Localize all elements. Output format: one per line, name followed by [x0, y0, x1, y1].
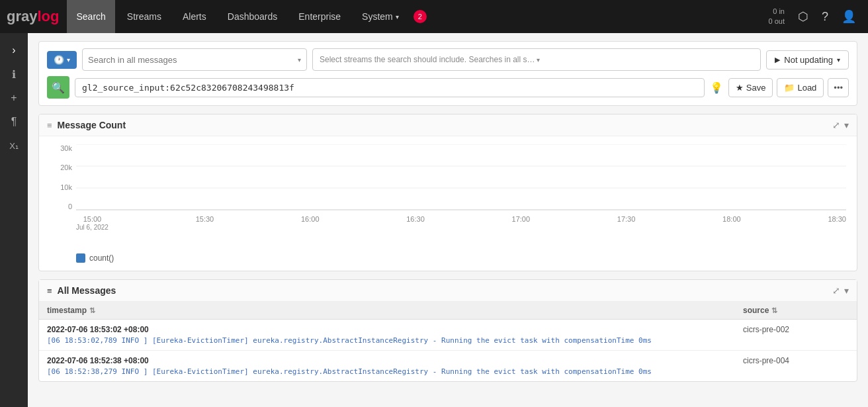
sidebar-subscript-btn[interactable]: X₁	[3, 135, 24, 156]
x-label-1600: 16:00	[301, 215, 320, 231]
alert-badge: 2	[413, 10, 427, 23]
main-content: 🕐 ▾ ▾ Select streams the search should i…	[28, 33, 868, 407]
widget-title: Message Count	[58, 120, 832, 130]
clock-icon: 🕐	[54, 55, 64, 65]
bulb-icon: 💡	[710, 81, 723, 94]
chart-area: 30k 20k 10k 0	[39, 136, 857, 271]
chart-svg	[76, 144, 846, 210]
search-area: 🕐 ▾ ▾ Select streams the search should i…	[38, 41, 857, 106]
x-label-1830: 18:30	[828, 215, 846, 231]
search-execute-button[interactable]: 🔍	[47, 76, 69, 99]
collapse-button[interactable]: ▾	[844, 120, 849, 130]
expand-button[interactable]: ⤢	[832, 120, 840, 130]
message-timestamp: 2022-07-06 18:52:38 +08:00	[47, 356, 179, 365]
y-label-10k: 10k	[50, 183, 72, 191]
save-load-area: ★ Save 📁 Load •••	[728, 78, 849, 97]
folder-icon: 📁	[784, 83, 795, 93]
col-source-header[interactable]: source ⇅	[743, 306, 849, 315]
sidebar-toggle-btn[interactable]: ›	[3, 40, 24, 61]
search-input-wrap[interactable]: ▾	[82, 48, 307, 71]
messages-title: All Messages	[58, 285, 832, 296]
not-updating-chevron-icon: ▾	[837, 56, 840, 64]
logo-log: log	[37, 8, 59, 25]
load-button[interactable]: 📁 Load	[777, 78, 824, 97]
y-label-0: 0	[50, 203, 72, 210]
system-chevron-icon: ▾	[396, 13, 399, 21]
message-log-line: [06 18:53:02,789 INFO ] [Eureka-Eviction…	[47, 336, 849, 345]
nav-system[interactable]: System ▾	[353, 0, 408, 33]
sidebar-paragraph-btn[interactable]: ¶	[3, 111, 24, 132]
sidebar: › ℹ + ¶ X₁	[0, 33, 28, 407]
not-updating-label: Not updating	[784, 55, 833, 65]
nav-streams[interactable]: Streams	[118, 0, 171, 33]
sidebar-info-btn[interactable]: ℹ	[3, 64, 24, 85]
messages-expand-button[interactable]: ⤢	[832, 285, 840, 296]
widget-actions: ⤢ ▾	[832, 120, 849, 130]
col-message-header	[179, 306, 743, 315]
logo-gray: gray	[7, 8, 37, 25]
messages-hamburger-icon: ≡	[47, 286, 52, 296]
x-label-1530: 15:30	[196, 215, 214, 231]
chart-legend: count()	[50, 251, 846, 265]
legend-color-box	[76, 253, 85, 263]
messages-header: ≡ All Messages ⤢ ▾	[39, 280, 857, 302]
legend-label: count()	[89, 253, 114, 263]
message-source: cicrs-pre-002	[743, 325, 849, 334]
message-row-top: 2022-07-06 18:52:38 +08:00 cicrs-pre-004	[47, 356, 849, 365]
all-messages-panel: ≡ All Messages ⤢ ▾ timestamp ⇅ source ⇅	[38, 279, 857, 382]
x-label-1500: 15:00Jul 6, 2022	[76, 215, 108, 231]
help-btn[interactable]: ?	[816, 5, 834, 29]
play-icon: ▶	[775, 56, 780, 64]
timerange-chevron-icon: ▾	[298, 56, 301, 64]
table-row: 2022-07-06 18:53:02 +08:00 cicrs-pre-002…	[39, 320, 857, 351]
save-button[interactable]: ★ Save	[728, 78, 773, 97]
stream-select[interactable]: Select streams the search should include…	[312, 48, 761, 71]
message-source: cicrs-pre-004	[743, 356, 849, 365]
more-options-button[interactable]: •••	[828, 78, 849, 97]
x-label-1630: 16:30	[406, 215, 425, 231]
messages-collapse-button[interactable]: ▾	[844, 285, 849, 296]
star-icon: ★	[736, 83, 744, 93]
message-row-top: 2022-07-06 18:53:02 +08:00 cicrs-pre-002	[47, 325, 849, 334]
logo: graylog	[7, 8, 59, 25]
message-timestamp: 2022-07-06 18:53:02 +08:00	[47, 325, 179, 334]
topnav: graylog Search Streams Alerts Dashboards…	[0, 0, 868, 33]
x-label-1700: 17:00	[512, 215, 531, 231]
message-log-line: [06 18:52:38,279 INFO ] [Eureka-Eviction…	[47, 367, 849, 376]
external-link-btn[interactable]: ⬡	[793, 4, 814, 29]
col-timestamp-header[interactable]: timestamp ⇅	[47, 306, 179, 315]
nav-right: 0 in 0 out ⬡ ? 👤	[769, 4, 861, 29]
nav-search[interactable]: Search	[67, 0, 114, 33]
messages-widget-actions: ⤢ ▾	[832, 285, 849, 296]
layout: › ℹ + ¶ X₁ 🕐 ▾ ▾ Select streams the sear…	[0, 33, 868, 407]
message-list: 2022-07-06 18:53:02 +08:00 cicrs-pre-002…	[39, 320, 857, 381]
widget-header: ≡ Message Count ⤢ ▾	[39, 114, 857, 136]
y-label-20k: 20k	[50, 163, 72, 171]
stream-chevron-icon: ▾	[537, 56, 754, 64]
search-timerange-input[interactable]	[88, 55, 298, 65]
search-type-chevron-icon: ▾	[67, 56, 70, 64]
nav-stats: 0 in 0 out	[769, 7, 785, 27]
y-label-30k: 30k	[50, 144, 72, 152]
nav-alerts[interactable]: Alerts	[173, 0, 216, 33]
stream-select-label: Select streams the search should include…	[320, 55, 537, 64]
search-icon: 🔍	[52, 81, 65, 94]
timestamp-sort-icon: ⇅	[89, 306, 95, 315]
help-icon: ?	[822, 10, 828, 24]
table-row: 2022-07-06 18:52:38 +08:00 cicrs-pre-004…	[39, 351, 857, 381]
user-icon: 👤	[842, 9, 856, 24]
search-row1: 🕐 ▾ ▾ Select streams the search should i…	[47, 48, 849, 71]
chart-container: 30k 20k 10k 0	[50, 144, 846, 251]
nav-enterprise[interactable]: Enterprise	[289, 0, 350, 33]
message-count-widget: ≡ Message Count ⤢ ▾ 30k 20k 10k 0	[38, 114, 857, 271]
search-type-button[interactable]: 🕐 ▾	[47, 51, 77, 69]
query-input[interactable]	[75, 78, 705, 97]
hamburger-icon: ≡	[47, 120, 52, 130]
user-btn[interactable]: 👤	[836, 4, 861, 29]
nav-dashboards[interactable]: Dashboards	[218, 0, 287, 33]
external-link-icon: ⬡	[798, 9, 808, 24]
table-header: timestamp ⇅ source ⇅	[39, 302, 857, 320]
sidebar-add-btn[interactable]: +	[3, 87, 24, 109]
x-label-1800: 18:00	[722, 215, 741, 231]
not-updating-button[interactable]: ▶ Not updating ▾	[766, 50, 849, 69]
